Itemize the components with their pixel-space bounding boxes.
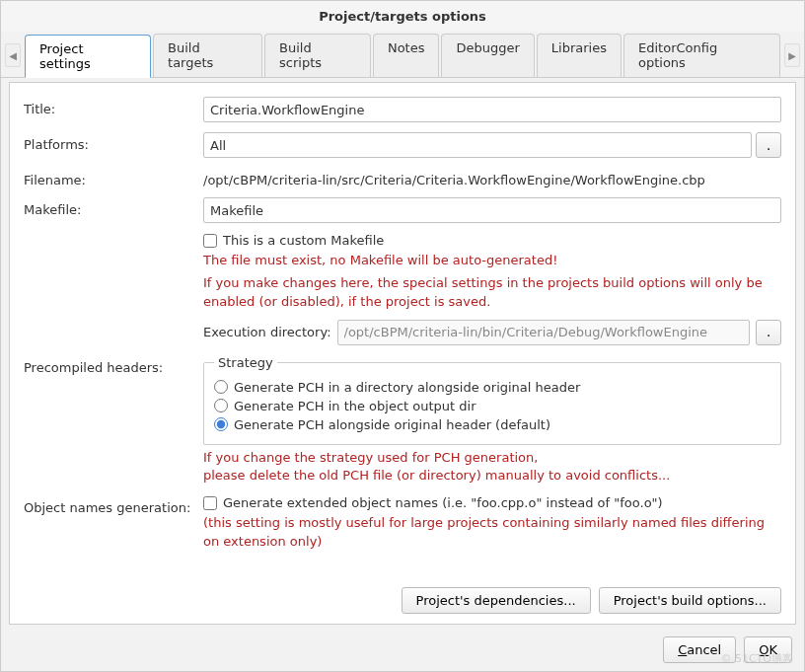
ok-button[interactable]: OK	[744, 636, 792, 663]
title-label: Title:	[24, 97, 193, 116]
title-input[interactable]	[203, 97, 781, 122]
dialog-buttons: Cancel OK	[1, 629, 804, 671]
pch-strategy-radio-2[interactable]	[214, 417, 228, 431]
project-build-options-button[interactable]: Project's build options...	[599, 587, 781, 614]
tabs-container: Project settings Build targets Build scr…	[25, 34, 780, 77]
exec-dir-label: Execution directory:	[203, 325, 331, 339]
objnames-label: Object names generation:	[24, 495, 193, 515]
tab-notes[interactable]: Notes	[373, 34, 440, 77]
pch-label: Precompiled headers:	[24, 355, 193, 375]
tab-build-targets[interactable]: Build targets	[153, 34, 262, 77]
tab-libraries[interactable]: Libraries	[537, 34, 622, 77]
custom-makefile-label: This is a custom Makefile	[223, 233, 384, 248]
pch-warning: If you change the strategy used for PCH …	[203, 449, 781, 486]
objnames-checkbox-label: Generate extended object names (i.e. "fo…	[223, 495, 663, 510]
cancel-text: ancel	[687, 642, 721, 657]
tabs-scroll-right[interactable]: ▶	[784, 43, 800, 67]
makefile-label: Makefile:	[24, 197, 193, 217]
pch-strategy-radio-1[interactable]	[214, 399, 228, 412]
project-dependencies-button[interactable]: Project's dependencies...	[402, 587, 591, 614]
platforms-label: Platforms:	[24, 132, 193, 152]
filename-label: Filename:	[24, 168, 193, 187]
pch-strategy-label-0: Generate PCH in a directory alongside or…	[234, 380, 580, 395]
objnames-warning: (this setting is mostly useful for large…	[203, 514, 781, 552]
exec-dir-browse-button[interactable]: .	[756, 320, 781, 345]
ok-text: K	[768, 642, 777, 657]
tab-bar: ◀ Project settings Build targets Build s…	[1, 32, 804, 78]
pch-strategy-label-2: Generate PCH alongside original header (…	[234, 417, 550, 432]
pch-strategy-label-1: Generate PCH in the object output dir	[234, 399, 476, 413]
window-title: Project/targets options	[1, 1, 804, 32]
pch-strategy-legend: Strategy	[214, 355, 277, 370]
tab-editorconfig-options[interactable]: EditorConfig options	[623, 34, 780, 77]
makefile-warning-2: If you make changes here, the special se…	[203, 274, 781, 312]
objnames-checkbox[interactable]	[203, 496, 217, 510]
tabs-scroll-left[interactable]: ◀	[5, 43, 21, 67]
makefile-warning-1: The file must exist, no Makefile will be…	[203, 252, 781, 270]
pch-strategy-radio-0[interactable]	[214, 380, 228, 394]
project-action-buttons: Project's dependencies... Project's buil…	[24, 587, 781, 614]
dialog-window: Project/targets options ◀ Project settin…	[0, 0, 805, 672]
custom-makefile-checkbox[interactable]	[203, 234, 217, 248]
makefile-input[interactable]	[203, 197, 781, 223]
tab-project-settings[interactable]: Project settings	[25, 35, 151, 78]
filename-value: /opt/cBPM/criteria-lin/src/Criteria/Crit…	[203, 168, 781, 187]
tab-debugger[interactable]: Debugger	[441, 34, 534, 77]
pch-strategy-group: Strategy Generate PCH in a directory alo…	[203, 355, 781, 445]
exec-dir-input[interactable]	[337, 320, 750, 345]
platforms-browse-button[interactable]: .	[756, 132, 781, 158]
tab-build-scripts[interactable]: Build scripts	[264, 34, 371, 77]
platforms-input[interactable]	[203, 132, 752, 158]
tab-panel-project-settings: Title: Platforms: . Filename: /opt/cBPM/…	[9, 82, 796, 625]
cancel-button[interactable]: Cancel	[663, 636, 736, 663]
